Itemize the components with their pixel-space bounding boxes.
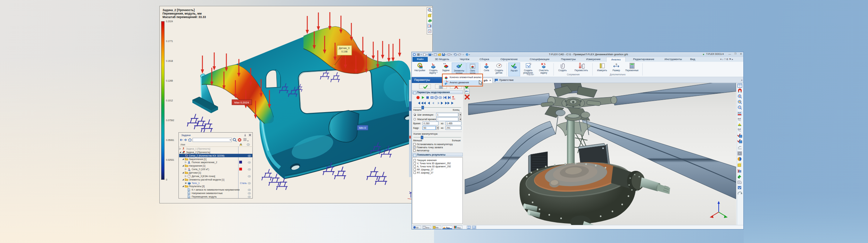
svg-text:P≡: P≡ (465, 90, 469, 93)
svg-text:ABC: ABC (452, 98, 456, 100)
svg-text:Min 0: Min 0 (359, 126, 366, 129)
svg-text:0.198: 0.198 (341, 50, 348, 53)
svg-text:6x6: 6x6 (738, 112, 741, 114)
svg-text:Датчик_3:: Датчик_3: (339, 47, 350, 50)
svg-text:6x6: 6x6 (738, 128, 741, 130)
svg-text:S: S (616, 63, 617, 66)
svg-text:Max 0.2024: Max 0.2024 (234, 101, 249, 104)
svg-text:6x6: 6x6 (738, 118, 741, 120)
